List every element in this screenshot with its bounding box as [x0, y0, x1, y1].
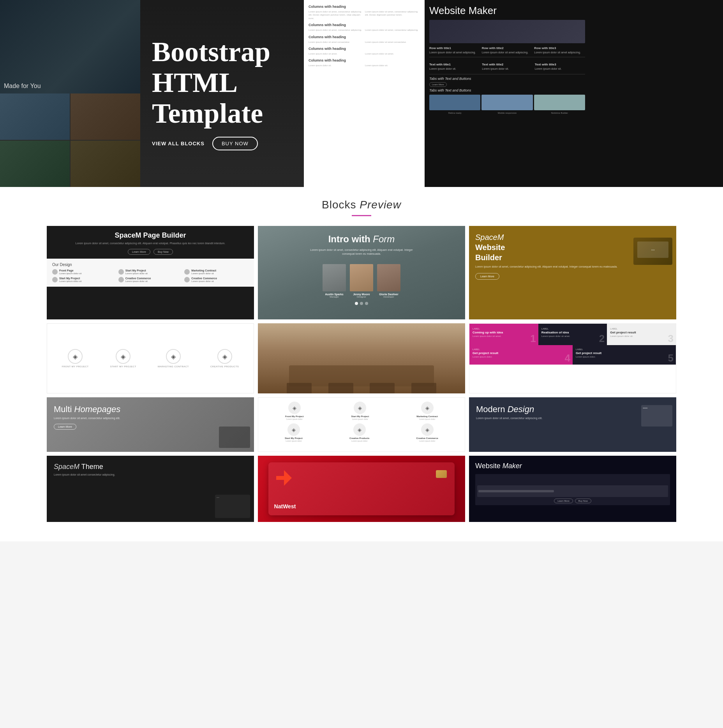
ps3-num: 3 — [668, 333, 674, 344]
hero-bottom-img-2 — [71, 93, 140, 140]
od-item-3: Marketing ContractLorem ipsum dolor sit — [184, 269, 249, 275]
made-for-you-text: Made for You — [4, 83, 41, 90]
cwmd-screenshot: Learn More Buy Now — [475, 474, 670, 505]
natwest-chip — [436, 470, 447, 478]
cif-dot-2 — [360, 302, 363, 305]
card-spacem-page-builder[interactable]: SpaceM Page Builder Lorem ipsum dolor si… — [47, 226, 254, 319]
ps2-label: LABEL — [541, 328, 604, 330]
od-text-6: Creative CommerceLorem ipsum dolor sit — [191, 277, 217, 283]
website-maker-three-col: Row with title1 Lorem ipsum dolor sit am… — [429, 46, 585, 55]
card-modern-design[interactable]: Modern Design Lorem ipsum dolor sit amet… — [469, 397, 676, 452]
col-section-2: Columns with heading Lorem ipsum dolor s… — [309, 23, 420, 32]
od-icon-6 — [184, 277, 190, 282]
icon-item-4: ◈ Creative Products — [210, 349, 239, 368]
wm-learn-more-btn[interactable]: Learn More — [429, 82, 447, 87]
card-process[interactable]: LABEL Coming up with idea Lorem ipsum do… — [469, 323, 676, 393]
process-step-2: LABEL Realisation of idea Lorem ipsum do… — [538, 324, 607, 345]
wm-feature-1: Retina ready — [429, 112, 480, 114]
card-office-photo[interactable] — [258, 323, 465, 393]
col-chunk-2b: Lorem ipsum dolor sit amet, consectetur … — [365, 28, 420, 32]
card-intro-form[interactable]: Intro with Form Lorem ipsum dolor sit am… — [258, 226, 465, 319]
svc-icon-4: ◈ — [287, 423, 300, 436]
cwmd-btn-1[interactable]: Learn More — [554, 499, 573, 503]
hero-section: Made for You Bootstrap HTML Template VIE… — [0, 0, 723, 187]
col-chunk-4a: Lorem ipsum dolor sit amet. — [309, 52, 363, 55]
hero-bottom-img-3 — [0, 141, 70, 187]
od-text-4: Start My ProjectLorem ipsum dolor sit — [59, 277, 81, 283]
ps1-title: Coming up with idea — [473, 331, 535, 334]
wm-feature-items: Retina ready Mobile responsive Nicktrine… — [429, 112, 585, 114]
card-icons-row[interactable]: ◈ Front My Project ◈ Start My Project ◈ … — [47, 323, 254, 393]
ps2-num: 2 — [599, 333, 605, 344]
cwmd-ss-top-bar — [477, 485, 668, 497]
buy-now-button[interactable]: BUY NOW — [212, 137, 258, 150]
cwb-desc: Lorem ipsum dolor sit amet, consectetur … — [475, 265, 670, 269]
col-body-5: Lorem ipsum dolor sit. Lorem ipsum dolor… — [309, 64, 420, 67]
icon-label-3: Marketing Contract — [158, 365, 189, 368]
blocks-preview-header: Blocks Preview — [0, 187, 723, 222]
cwb-btn[interactable]: Learn More — [475, 273, 499, 280]
cst-screen: ▪▪▪▪ — [215, 495, 250, 500]
wm-col-3: Row with title3 Lorem ipsum dolor sit am… — [534, 46, 585, 55]
cwb-laptop-img: ●●● — [633, 238, 672, 265]
ps3-title: Get project result — [610, 331, 673, 334]
cif-team-row: Austin Sparks Manager Jenny Moore Design… — [258, 264, 465, 302]
hero-left-panel: Made for You — [0, 0, 140, 187]
icon-item-1: ◈ Front My Project — [62, 349, 89, 368]
col-chunk-3b: Lorem ipsum dolor sit amet consectetur. — [365, 41, 420, 44]
cmhp-title: Multi Homepages — [54, 404, 247, 414]
col-heading-1: Columns with heading — [309, 5, 420, 9]
cif-content: Intro with Form Lorem ipsum dolor sit am… — [258, 226, 465, 264]
wm-divider-row: Text with title1 Lorem ipsum dolor sit. … — [429, 57, 585, 71]
office-chairs — [279, 383, 444, 393]
ps1-label: LABEL — [473, 328, 535, 330]
chair-4 — [411, 383, 436, 393]
view-all-button[interactable]: VIEW ALL BLOCKS — [152, 141, 205, 146]
cpb-od-grid: Front PageLorem ipsum dolor sit Start My… — [52, 269, 249, 283]
hero-bottom-images — [0, 93, 140, 187]
svc-desc-2: Lorem ipsum dolor — [351, 418, 369, 420]
cif-avatar-1 — [323, 264, 346, 291]
od-icon-1 — [52, 269, 58, 275]
col-heading-2: Columns with heading — [309, 23, 420, 27]
ps2-text: Lorem ipsum dolor sit amet. — [541, 335, 604, 338]
card-spacem-theme[interactable]: SpaceM Theme Lorem ipsum dolor sit amet … — [47, 456, 254, 522]
col-section-1: Columns with heading Lorem ipsum dolor s… — [309, 5, 420, 20]
card-services[interactable]: ◈ Front My Project Lorem ipsum dolor ◈ S… — [258, 397, 465, 452]
card-website-maker-dark[interactable]: Website Maker Learn More Buy Now — [469, 456, 676, 522]
svg-marker-0 — [276, 470, 292, 486]
col-chunk-1a: Lorem ipsum dolor sit amet, consectetur … — [309, 10, 363, 20]
cmhp-laptop — [219, 427, 250, 448]
cmhp-btn[interactable]: Learn More — [54, 424, 76, 430]
cpb-buy-now[interactable]: Buy Now — [153, 249, 173, 255]
blocks-preview-underline — [352, 215, 371, 216]
process-bottom-row: LABEL Get project result Lorem ipsum dol… — [469, 345, 676, 365]
svc-name-3: Marketing Contract — [416, 415, 438, 418]
hero-columns-panel: Columns with heading Lorem ipsum dolor s… — [304, 0, 425, 187]
card-multi-homepages[interactable]: Multi Homepages Lorem ipsum dolor sit am… — [47, 397, 254, 452]
col-heading-4: Columns with heading — [309, 47, 420, 51]
process-step-4: LABEL Get project result Lorem ipsum dol… — [469, 345, 573, 365]
cpb-learn-more[interactable]: Learn More — [128, 249, 150, 255]
wm-tab-2: Text with title2 Lorem ipsum dolor sit. — [482, 63, 532, 71]
card-natwest[interactable]: NatWest — [258, 456, 465, 522]
website-maker-inner: Website Maker Row with title1 Lorem ipsu… — [429, 5, 585, 114]
col-chunk-5b: Lorem ipsum dolor sit. — [365, 64, 420, 67]
svc-icon-3: ◈ — [421, 402, 434, 414]
cif-name-1: Austin Sparks — [323, 293, 346, 296]
wm-feature-3: Nicktrine Builder — [534, 112, 585, 114]
ps3-text: Lorem ipsum dolor sit. — [610, 335, 673, 338]
lower-section: Blocks Preview SpaceM Page Builder Lorem… — [0, 187, 723, 541]
svc-desc-6: Lorem ipsum dolor — [416, 440, 438, 442]
svc-icon-1: ◈ — [288, 402, 301, 414]
wm-tab-3: Text with title3 Lorem ipsum dolor sit. — [535, 63, 585, 71]
cst-mockup: ▪▪▪▪ — [215, 495, 250, 518]
cif-dot-3 — [365, 302, 368, 305]
card-spacem-website-builder[interactable]: SpaceM Website Builder Lorem ipsum dolor… — [469, 226, 676, 319]
svc-3: ◈ Marketing Contract Lorem ipsum dolor — [416, 402, 438, 420]
cwmd-btn-2[interactable]: Buy Now — [575, 499, 591, 503]
col-section-4: Columns with heading Lorem ipsum dolor s… — [309, 47, 420, 55]
icon-circle-2: ◈ — [116, 349, 130, 364]
col-heading-3: Columns with heading — [309, 35, 420, 39]
col-chunk-3a: Lorem ipsum dolor sit amet consectetur. — [309, 41, 363, 44]
